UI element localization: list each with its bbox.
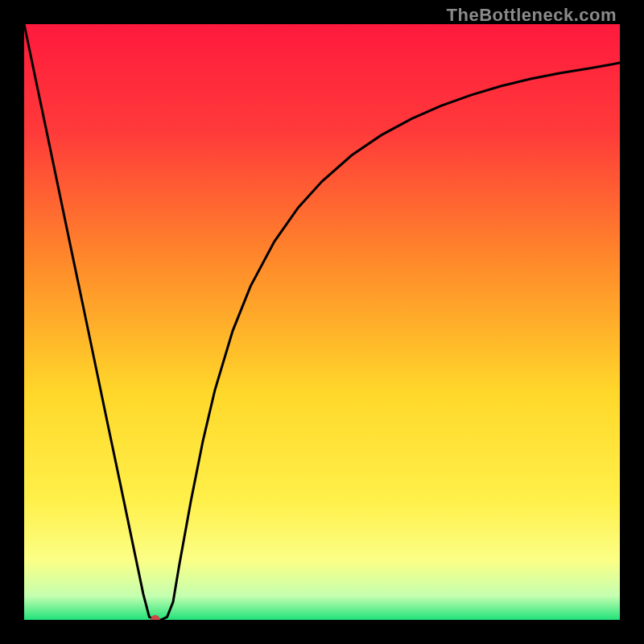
gradient-background: [24, 24, 620, 620]
watermark-text: TheBottleneck.com: [447, 5, 617, 26]
bottleneck-chart: [24, 24, 620, 620]
chart-frame: [24, 24, 620, 620]
